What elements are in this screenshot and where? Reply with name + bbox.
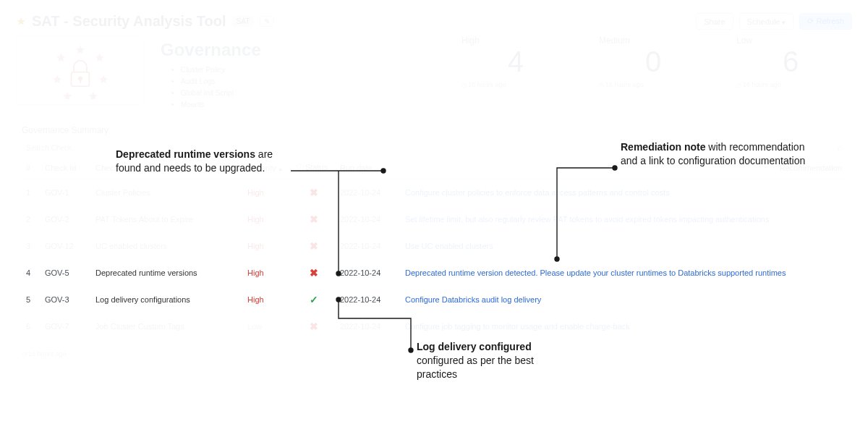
cell-name: UC enabled clusters	[91, 233, 243, 260]
cell-checkid: GOV-12	[41, 233, 91, 260]
info-icon: ⓘ	[297, 164, 304, 171]
header: ★ SAT - Security Analysis Tool SAT ✎ Sha…	[0, 0, 868, 35]
cell-name: Log delivery configurations	[91, 287, 243, 313]
shield-lock-icon	[48, 41, 113, 99]
cell-rundate: 2022-10-24	[336, 233, 401, 260]
edit-icon[interactable]: ✎	[260, 16, 274, 27]
metric-label: High	[461, 35, 570, 46]
governance-panel: Governance Cluster Policy Audit Logs Glo…	[152, 35, 461, 115]
table-row[interactable]: 2GOV-2PAT Tokens About to ExpireHigh✖202…	[22, 206, 846, 233]
cell-status: ✖	[292, 260, 336, 287]
cell-rundate: 2022-10-24	[336, 206, 401, 233]
cell-name: Job Cluster Custom Tags	[91, 313, 243, 340]
cell-severity: Low	[243, 313, 292, 340]
cell-recommendation[interactable]: Configure Databricks audit log delivery	[401, 287, 846, 313]
cell-rundate: 2022-10-24	[336, 313, 401, 340]
table-row[interactable]: 1GOV-1Cluster PoliciesHigh✖2022-10-24Con…	[22, 179, 846, 206]
governance-title: Governance	[161, 40, 453, 60]
metric-time: ◷16 hours ago	[461, 81, 570, 88]
annotation-log-delivery: Log delivery configured configured as pe…	[417, 340, 561, 381]
cell-status: ✖	[292, 179, 336, 206]
x-icon: ✖	[310, 187, 318, 198]
cell-rundate: 2022-10-24	[336, 260, 401, 287]
cell-name: PAT Tokens About to Expire	[91, 206, 243, 233]
col-rundate[interactable]: Run date	[336, 157, 401, 179]
check-icon: ✓	[310, 294, 318, 305]
cell-status: ✓	[292, 287, 336, 313]
refresh-button[interactable]: ⟳Refresh	[799, 13, 852, 30]
schedule-button[interactable]: Schedule▾	[739, 13, 794, 30]
cell-severity: High	[243, 206, 292, 233]
cell-checkid: GOV-1	[41, 179, 91, 206]
clock-icon: ◷	[736, 82, 741, 88]
project-chip[interactable]: SAT	[232, 16, 255, 27]
cell-severity: High	[243, 179, 292, 206]
star-icon[interactable]: ★	[16, 14, 26, 28]
cell-checkid: GOV-2	[41, 206, 91, 233]
page-title: SAT - Security Analysis Tool	[32, 13, 226, 30]
metric-label: Low	[736, 35, 845, 46]
cell-status: ✖	[292, 313, 336, 340]
metric-value: 4	[461, 46, 570, 78]
metric-value: 0	[599, 46, 707, 78]
svg-point-1	[79, 77, 82, 80]
cell-severity: High	[243, 260, 292, 287]
section-title: Governance Summary	[0, 115, 868, 138]
table-row[interactable]: 5GOV-3Log delivery configurationsHigh✓20…	[22, 287, 846, 313]
cell-idx: 4	[22, 260, 41, 287]
cell-severity: High	[243, 287, 292, 313]
cell-recommendation[interactable]: Configure cluster policies to enforce da…	[401, 179, 846, 206]
metric-time: ◷16 hours ago	[736, 81, 845, 88]
search-icon[interactable]: ⌕	[837, 143, 842, 153]
col-status[interactable]: ⓘStatus	[292, 157, 336, 179]
share-button[interactable]: Share	[696, 13, 733, 30]
col-idx[interactable]: #	[22, 157, 41, 179]
refresh-icon: ⟳	[807, 17, 814, 26]
sort-icon: ▲	[278, 166, 284, 172]
gov-item: Global Init Script	[181, 88, 453, 99]
metric-high: High 4 ◷16 hours ago	[461, 35, 570, 115]
clock-icon: ◷	[599, 82, 604, 88]
cell-recommendation[interactable]: Configure job tagging to monitor usage a…	[401, 313, 846, 340]
annotation-remediation: Remediation note with recommendation and…	[621, 140, 809, 168]
x-icon: ✖	[310, 321, 318, 332]
metric-label: Medium	[599, 35, 707, 46]
table-row[interactable]: 6GOV-7Job Cluster Custom TagsLow✖2022-10…	[22, 313, 846, 340]
top-panels: Governance Cluster Policy Audit Logs Glo…	[0, 35, 868, 115]
cell-severity: High	[243, 233, 292, 260]
governance-illustration	[16, 35, 145, 105]
title-wrap: ★ SAT - Security Analysis Tool SAT ✎	[16, 13, 274, 30]
x-icon: ✖	[310, 240, 318, 252]
cell-idx: 5	[22, 287, 41, 313]
cell-checkid: GOV-3	[41, 287, 91, 313]
clock-icon: ◷	[461, 82, 467, 88]
metric-value: 6	[736, 46, 845, 78]
col-checkid[interactable]: Check Id	[41, 157, 91, 179]
cell-recommendation[interactable]: Deprecated runtime version detected. Ple…	[401, 260, 846, 287]
cell-recommendation[interactable]: Set lifetime limit, but also regularly r…	[401, 206, 846, 233]
cell-idx: 2	[22, 206, 41, 233]
gov-item: Mounts	[181, 99, 453, 111]
header-actions: Share Schedule▾ ⟳Refresh	[696, 13, 852, 30]
metrics-row: High 4 ◷16 hours ago Medium 0 ◷16 hours …	[461, 35, 852, 115]
metric-time: ◷16 hours ago	[599, 81, 707, 88]
cell-rundate: 2022-10-24	[336, 287, 401, 313]
x-icon: ✖	[310, 213, 318, 225]
governance-table: # Check Id Check Severity▲ ⓘStatus Run d…	[22, 157, 846, 340]
cell-checkid: GOV-7	[41, 313, 91, 340]
governance-list: Cluster Policy Audit Logs Global Init Sc…	[181, 64, 453, 111]
cell-idx: 1	[22, 179, 41, 206]
cell-idx: 3	[22, 233, 41, 260]
table-row[interactable]: 3GOV-12UC enabled clustersHigh✖2022-10-2…	[22, 233, 846, 260]
cell-status: ✖	[292, 233, 336, 260]
gov-item: Cluster Policy	[181, 64, 453, 76]
clock-icon: ◷	[22, 351, 27, 357]
metric-low: Low 6 ◷16 hours ago	[736, 35, 845, 115]
cell-name: Deprecated runtime versions	[91, 260, 243, 287]
cell-name: Cluster Policies	[91, 179, 243, 206]
annotation-deprecated: Deprecated runtime versions are found an…	[116, 148, 275, 175]
table-row[interactable]: 4GOV-5Deprecated runtime versionsHigh✖20…	[22, 260, 846, 287]
cell-recommendation[interactable]: Use UC enabled clusters	[401, 233, 846, 260]
cell-checkid: GOV-5	[41, 260, 91, 287]
gov-item: Audit Logs	[181, 76, 453, 88]
